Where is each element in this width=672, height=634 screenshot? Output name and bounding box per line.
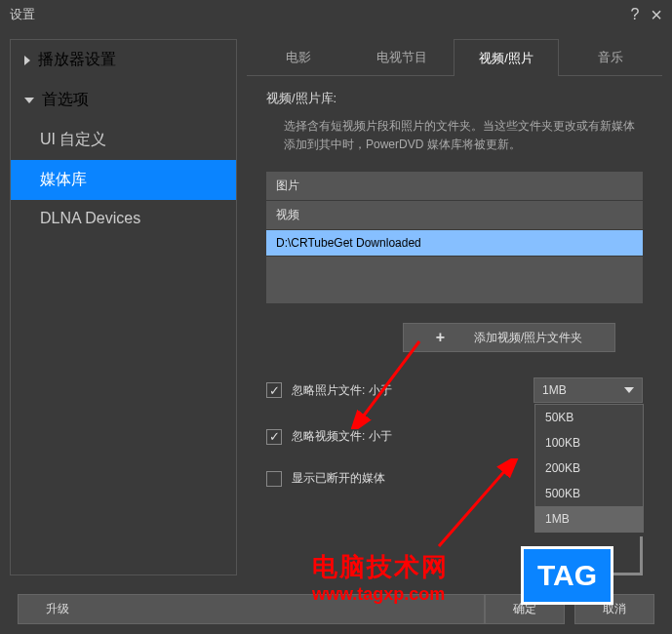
folder-empty-space — [266, 257, 643, 303]
tab-tv[interactable]: 电视节目 — [350, 39, 454, 76]
tab-music[interactable]: 音乐 — [559, 39, 662, 76]
tab-panel: 视频/照片库: 选择含有短视频片段和照片的文件夹。当这些文件夹更改或有新媒体添加… — [247, 76, 662, 500]
sidebar-section-preferences[interactable]: 首选项 — [11, 80, 236, 120]
watermark: 电脑技术网 www.tagxp.com — [312, 550, 449, 605]
sidebar-item-media-library[interactable]: 媒体库 — [11, 160, 236, 200]
option-label: 忽略照片文件: 小于 — [292, 382, 524, 399]
plus-icon: + — [436, 329, 445, 346]
checkbox-show-disconnected[interactable] — [266, 471, 282, 487]
section-title: 视频/照片库: — [266, 90, 643, 107]
dropdown-item[interactable]: 1MB — [535, 506, 643, 532]
tab-movies[interactable]: 电影 — [247, 39, 350, 76]
titlebar: 设置 ? × — [0, 0, 672, 29]
folder-item[interactable]: 视频 — [266, 201, 643, 229]
section-description: 选择含有短视频片段和照片的文件夹。当这些文件夹更改或有新媒体添加到其中时，Pow… — [284, 117, 643, 154]
sidebar-item-ui-custom[interactable]: UI 自定义 — [11, 120, 236, 160]
dropdown-menu: 50KB 100KB 200KB 500KB 1MB — [534, 404, 644, 533]
dropdown-item[interactable]: 200KB — [535, 456, 643, 481]
add-folder-label: 添加视频/照片文件夹 — [474, 330, 582, 346]
chevron-down-icon — [624, 387, 634, 393]
watermark-url: www.tagxp.com — [312, 584, 449, 605]
window-title: 设置 — [10, 6, 630, 23]
help-icon[interactable]: ? — [630, 6, 639, 23]
select-value: 1MB — [542, 383, 567, 397]
add-folder-button[interactable]: + 添加视频/照片文件夹 — [403, 323, 615, 352]
option-ignore-photo: 忽略照片文件: 小于 1MB 50KB 100KB 200KB 500KB 1M… — [266, 377, 643, 403]
dropdown-item[interactable]: 500KB — [535, 481, 643, 506]
sidebar-section-player[interactable]: 播放器设置 — [11, 40, 236, 80]
close-icon[interactable]: × — [651, 4, 662, 26]
tabs: 电影 电视节目 视频/照片 音乐 — [247, 39, 662, 76]
dropdown-item[interactable]: 50KB — [535, 405, 643, 430]
sidebar-item-dlna[interactable]: DLNA Devices — [11, 200, 236, 237]
folder-item-selected[interactable]: D:\CRTubeGet Downloaded — [266, 230, 643, 256]
tab-video-photo[interactable]: 视频/照片 — [454, 39, 559, 76]
dropdown-item[interactable]: 100KB — [535, 430, 643, 456]
sidebar-section-label: 播放器设置 — [38, 50, 116, 70]
tag-badge: TAG — [521, 546, 613, 605]
select-photo-size[interactable]: 1MB 50KB 100KB 200KB 500KB 1MB — [534, 377, 643, 403]
sidebar-section-label: 首选项 — [42, 90, 89, 110]
folder-list: 图片 视频 D:\CRTubeGet Downloaded — [266, 172, 643, 303]
sidebar: 播放器设置 首选项 UI 自定义 媒体库 DLNA Devices — [10, 39, 237, 575]
folder-item[interactable]: 图片 — [266, 172, 643, 200]
checkbox-ignore-photo[interactable] — [266, 382, 282, 398]
watermark-text: 电脑技术网 — [312, 550, 449, 584]
checkbox-ignore-video[interactable] — [266, 429, 282, 445]
